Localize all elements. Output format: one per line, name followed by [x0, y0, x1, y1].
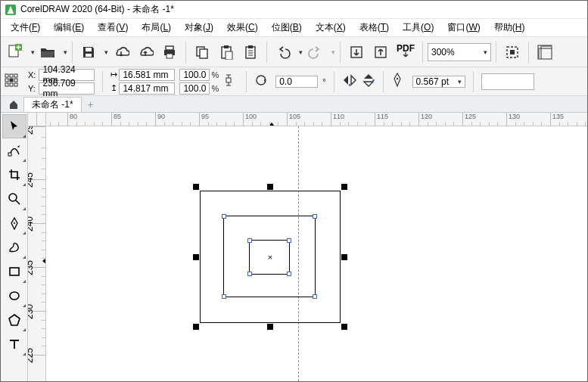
resize-handle-mr[interactable]: [341, 254, 347, 260]
rotation-icon: [254, 73, 271, 89]
redo-button[interactable]: [304, 41, 327, 64]
open-dropdown-icon[interactable]: ▾: [64, 48, 67, 56]
menu-bitmap[interactable]: 位图(B): [266, 20, 307, 36]
pick-tool[interactable]: [2, 114, 26, 138]
resize-handle-tc[interactable]: [267, 184, 273, 190]
copy-button[interactable]: [191, 41, 213, 64]
horizontal-ruler[interactable]: 7580859095100105110115120125130135140: [46, 113, 587, 126]
paste-button[interactable]: [215, 41, 238, 64]
resize-handle-tr[interactable]: [341, 184, 347, 190]
height-field[interactable]: 14.817 mm: [119, 82, 175, 95]
ruler-tick: 240: [28, 223, 45, 234]
svg-rect-22: [14, 74, 17, 77]
scale-y-field[interactable]: 100.0: [179, 82, 210, 95]
zoom-level-field[interactable]: 300%▾: [428, 43, 491, 61]
fullscreen-button[interactable]: [501, 41, 524, 64]
svg-rect-3: [86, 48, 92, 51]
menu-object[interactable]: 对象(J): [179, 20, 219, 36]
y-position-field[interactable]: 236.709 mm: [39, 82, 95, 95]
style-field[interactable]: [481, 73, 534, 90]
vertical-ruler[interactable]: 290245240235230225: [28, 126, 46, 381]
resize-handle-bl[interactable]: [193, 324, 199, 330]
crop-tool[interactable]: [2, 163, 26, 187]
ellipse-tool[interactable]: [2, 284, 26, 308]
ruler-tick: 130: [506, 113, 520, 126]
scale-x-field[interactable]: 100.0: [179, 69, 210, 81]
selection-box[interactable]: ×: [195, 186, 345, 328]
drawing-canvas[interactable]: ×: [46, 126, 587, 381]
svg-rect-9: [200, 49, 207, 58]
rotation-field[interactable]: 0.0: [275, 76, 318, 88]
save-button[interactable]: [77, 41, 100, 64]
svg-rect-25: [14, 79, 17, 82]
ruler-corner[interactable]: [28, 113, 46, 126]
menu-layout[interactable]: 布局(L): [136, 20, 176, 36]
menu-table[interactable]: 表格(T): [354, 20, 394, 36]
menu-text[interactable]: 文本(X): [310, 20, 351, 36]
print-button[interactable]: [158, 41, 181, 64]
new-button[interactable]: [4, 41, 26, 64]
resize-handle-tl[interactable]: [193, 184, 199, 190]
polygon-tool[interactable]: [2, 308, 26, 332]
rulers-button[interactable]: [534, 41, 556, 64]
toolbox: [1, 113, 28, 381]
outline-dropdown-icon[interactable]: ▾: [458, 78, 462, 85]
add-tab-button[interactable]: +: [82, 97, 100, 112]
y-label: Y:: [28, 84, 37, 93]
welcome-tab[interactable]: [4, 97, 23, 112]
undo-dropdown-icon[interactable]: ▾: [299, 48, 303, 56]
svg-rect-7: [166, 54, 173, 58]
menu-effects[interactable]: 效果(C): [222, 20, 263, 36]
percent-label-2: %: [211, 84, 219, 93]
ruler-tick: 125: [462, 113, 476, 126]
svg-rect-21: [10, 74, 13, 77]
menu-edit[interactable]: 编辑(E): [48, 20, 89, 36]
mirror-v-button[interactable]: [362, 73, 375, 90]
svg-point-36: [14, 222, 15, 224]
menu-view[interactable]: 查看(V): [92, 20, 133, 36]
outline-width-field[interactable]: 0.567 pt▾: [412, 76, 465, 88]
cloud-down-button[interactable]: [110, 41, 132, 64]
clipboard-button[interactable]: [239, 41, 262, 64]
resize-handle-br[interactable]: [341, 324, 347, 330]
redo-dropdown-icon[interactable]: ▾: [331, 48, 335, 56]
shape-tool[interactable]: [2, 138, 26, 163]
ruler-tick: 110: [331, 113, 344, 126]
menu-file[interactable]: 文件(F): [5, 20, 45, 36]
ruler-tick: 230: [28, 311, 45, 322]
mirror-h-button[interactable]: [342, 73, 357, 89]
svg-marker-39: [9, 315, 20, 325]
cloud-up-button[interactable]: [134, 41, 157, 64]
ruler-tick: 135: [550, 113, 564, 126]
zoom-tool[interactable]: [2, 187, 26, 211]
svg-rect-18: [510, 50, 515, 54]
width-field[interactable]: 16.581 mm: [119, 69, 175, 81]
text-tool[interactable]: [2, 332, 26, 356]
artistic-media-tool[interactable]: [2, 235, 26, 259]
open-button[interactable]: [36, 41, 59, 64]
export-button[interactable]: [369, 41, 392, 64]
lock-ratio-button[interactable]: [223, 71, 238, 92]
publish-pdf-button[interactable]: PDF: [394, 41, 418, 64]
ruler-tick: 100: [243, 113, 257, 126]
freehand-tool[interactable]: [2, 211, 26, 235]
new-dropdown-icon[interactable]: ▾: [31, 48, 35, 56]
svg-rect-32: [372, 79, 375, 81]
svg-rect-12: [226, 51, 232, 60]
rectangle-tool[interactable]: [2, 259, 26, 284]
zoom-dropdown-icon[interactable]: ▾: [484, 48, 487, 56]
ruler-tick: 225: [28, 355, 45, 366]
undo-button[interactable]: [272, 41, 294, 64]
menu-tools[interactable]: 工具(O): [397, 20, 439, 36]
document-tab-1[interactable]: 未命名 -1*: [23, 97, 82, 112]
resize-handle-ml[interactable]: [193, 254, 199, 260]
object-origin-icon[interactable]: [4, 73, 23, 90]
resize-handle-bc[interactable]: [267, 324, 273, 330]
menu-help[interactable]: 帮助(H): [489, 20, 530, 36]
ruler-tick: 120: [418, 113, 432, 126]
canvas-area: 7580859095100105110115120125130135140 29…: [28, 113, 587, 381]
menu-window[interactable]: 窗口(W): [442, 20, 485, 36]
save-dropdown-icon[interactable]: ▾: [104, 48, 108, 56]
ruler-tick: 290: [28, 126, 45, 138]
import-button[interactable]: [345, 41, 368, 64]
